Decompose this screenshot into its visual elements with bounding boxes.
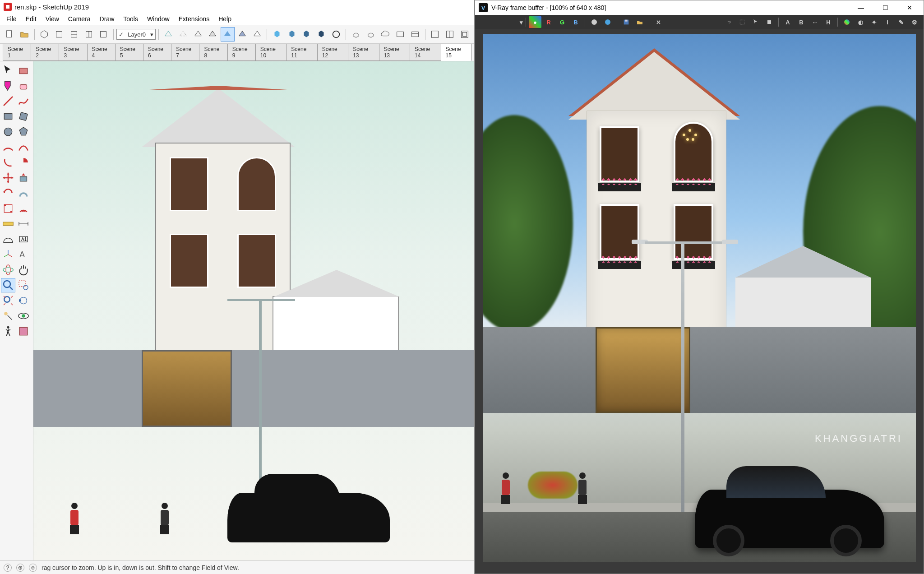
line-icon[interactable] xyxy=(1,94,15,108)
scene-tab-11[interactable]: Scene 11 xyxy=(286,44,317,61)
info-dot-icon[interactable] xyxy=(601,16,614,28)
iso-icon[interactable] xyxy=(37,27,51,42)
section-icon[interactable] xyxy=(16,324,31,338)
walk-icon[interactable] xyxy=(1,324,15,338)
paint-icon[interactable] xyxy=(1,79,15,93)
frame-icon[interactable] xyxy=(393,27,407,42)
circle-icon[interactable] xyxy=(1,125,15,139)
dim-icon[interactable] xyxy=(16,217,31,231)
history-a-icon[interactable]: A xyxy=(781,16,794,28)
style-shaded-icon[interactable] xyxy=(221,27,235,42)
position-camera-icon[interactable] xyxy=(1,309,15,323)
red-channel-button[interactable]: R xyxy=(542,16,555,28)
pixel-info-icon[interactable]: i xyxy=(881,16,894,28)
scene-tab-4[interactable]: Scene 4 xyxy=(87,44,116,61)
pushpull-icon[interactable] xyxy=(16,171,31,185)
zoom-icon[interactable] xyxy=(1,278,15,292)
scene-tab-12[interactable]: Scene 12 xyxy=(317,44,348,61)
freehand-icon[interactable] xyxy=(16,94,31,108)
arc-icon[interactable] xyxy=(1,140,15,154)
style-wireframe-icon[interactable] xyxy=(191,27,205,42)
3dtext-icon[interactable]: A xyxy=(16,247,31,262)
pie-icon[interactable] xyxy=(16,155,31,170)
scene-tab-2[interactable]: Scene 2 xyxy=(31,44,59,61)
vray-canvas[interactable]: KHANGGIATRI xyxy=(475,29,924,574)
rect-rot-icon[interactable] xyxy=(16,109,31,124)
lens-fx-icon[interactable]: ✦ xyxy=(868,16,880,28)
vray-cloud-icon[interactable] xyxy=(314,27,328,42)
history-icon[interactable]: H xyxy=(822,16,835,28)
style-xray-icon[interactable] xyxy=(162,27,176,42)
sketchup-viewport[interactable] xyxy=(33,61,474,560)
scene-tab-14[interactable]: Scene 14 xyxy=(410,44,441,61)
menu-file[interactable]: File xyxy=(2,14,21,25)
channel-dropdown[interactable]: ▾ xyxy=(478,16,523,28)
batch-icon[interactable] xyxy=(408,27,422,42)
rgb-channel-icon[interactable]: ● xyxy=(529,16,541,28)
protractor-icon[interactable] xyxy=(1,232,15,246)
scene-tab-5[interactable]: Scene 5 xyxy=(115,44,143,61)
open-icon[interactable] xyxy=(18,27,32,42)
vray-render-icon[interactable] xyxy=(270,27,284,42)
prev-view-icon[interactable] xyxy=(16,293,31,308)
blue-channel-button[interactable]: B xyxy=(569,16,582,28)
scene-tab-8[interactable]: Scene 8 xyxy=(199,44,227,61)
eraser-icon[interactable] xyxy=(16,79,31,93)
vray-asset-icon[interactable] xyxy=(329,27,343,42)
move-icon[interactable] xyxy=(1,171,15,185)
zoom-extents-icon[interactable] xyxy=(1,293,15,308)
minimize-button[interactable]: — xyxy=(850,0,871,15)
clear-icon[interactable]: ✕ xyxy=(652,16,665,28)
look-around-icon[interactable] xyxy=(16,309,31,323)
sketchup-titlebar[interactable]: ren.skp - SketchUp 2019 xyxy=(0,0,474,14)
text-icon[interactable]: A1 xyxy=(16,232,31,246)
panel1-icon[interactable] xyxy=(428,27,442,42)
style-shaded-texture-icon[interactable] xyxy=(236,27,249,42)
pan-icon[interactable] xyxy=(16,263,31,277)
right-icon[interactable] xyxy=(82,27,96,42)
rectangle-icon[interactable] xyxy=(1,109,15,124)
select-icon[interactable] xyxy=(1,63,15,78)
back-icon[interactable] xyxy=(97,27,111,42)
maximize-button[interactable]: ☐ xyxy=(875,0,896,15)
scene-tab-3[interactable]: Scene 3 xyxy=(59,44,87,61)
component-icon[interactable] xyxy=(16,63,31,78)
compare-ab-icon[interactable]: ↔ xyxy=(808,16,821,28)
menu-view[interactable]: View xyxy=(41,14,64,25)
new-icon[interactable] xyxy=(3,27,17,42)
orbit-icon[interactable] xyxy=(1,263,15,277)
region-icon[interactable] xyxy=(736,16,748,28)
menu-edit[interactable]: Edit xyxy=(21,14,41,25)
zoom-window-icon[interactable] xyxy=(16,278,31,292)
teapot1-icon[interactable] xyxy=(349,27,363,42)
style-back-edges-icon[interactable] xyxy=(176,27,190,42)
axes-icon[interactable] xyxy=(1,247,15,262)
color-picker-icon[interactable]: ✎ xyxy=(895,16,907,28)
stop-icon[interactable] xyxy=(763,16,776,28)
settings-icon[interactable]: ⚙ xyxy=(908,16,921,28)
menu-tools[interactable]: Tools xyxy=(119,14,143,25)
scene-tab-15[interactable]: Scene 15 xyxy=(441,44,472,61)
arc3-icon[interactable] xyxy=(1,155,15,170)
vray-viewport-icon[interactable] xyxy=(300,27,314,42)
rotate-icon[interactable] xyxy=(1,186,15,200)
style-hidden-icon[interactable] xyxy=(206,27,220,42)
user-icon[interactable]: ☺ xyxy=(29,564,37,572)
history-b-icon[interactable]: B xyxy=(795,16,808,28)
top-icon[interactable] xyxy=(52,27,66,42)
front-icon[interactable] xyxy=(67,27,81,42)
color-clamp-icon[interactable]: ◐ xyxy=(854,16,867,28)
vray-titlebar[interactable]: V V-Ray frame buffer - [100% of 640 x 48… xyxy=(475,0,924,15)
green-channel-button[interactable]: G xyxy=(556,16,568,28)
scale-icon[interactable] xyxy=(1,201,15,216)
geo-icon[interactable]: ⊕ xyxy=(16,564,24,572)
cloud-icon[interactable] xyxy=(379,27,393,42)
teapot2-icon[interactable] xyxy=(364,27,378,42)
polygon-icon[interactable] xyxy=(16,125,31,139)
color-correct-icon[interactable] xyxy=(841,16,853,28)
scene-tab-10[interactable]: Scene 10 xyxy=(255,44,286,61)
track-mouse-icon[interactable] xyxy=(749,16,762,28)
menu-draw[interactable]: Draw xyxy=(95,14,119,25)
followme-icon[interactable] xyxy=(16,186,31,200)
scene-tab-13[interactable]: Scene 13 xyxy=(348,44,379,61)
